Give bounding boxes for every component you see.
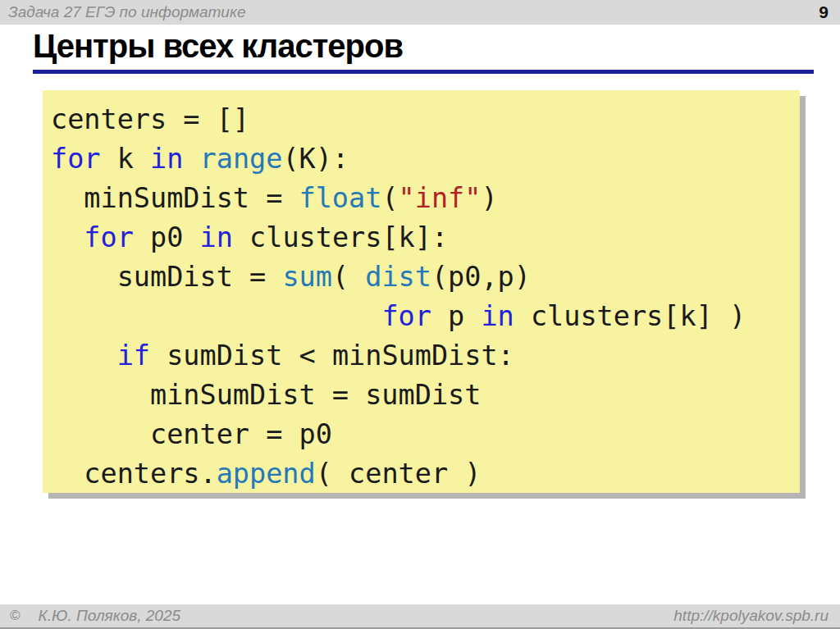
code-token bbox=[51, 300, 381, 332]
code-line: if sumDist < minSumDist: bbox=[51, 336, 800, 376]
code-token: ) bbox=[481, 182, 497, 214]
code-token: dist bbox=[365, 261, 431, 293]
breadcrumb: Задача 27 ЕГЭ по информатике bbox=[0, 3, 245, 21]
page-title: Центры всех кластеров bbox=[33, 28, 403, 65]
code-token: minSumDist = bbox=[51, 182, 299, 214]
code-line: minSumDist = float("inf") bbox=[51, 179, 800, 218]
code-token: minSumDist = sumDist bbox=[51, 379, 481, 411]
code-token: clusters[k]: bbox=[233, 221, 448, 253]
code-line: centers.append( center ) bbox=[51, 454, 800, 494]
code-token: clusters[k] ) bbox=[514, 300, 746, 332]
code-token: p0 bbox=[134, 221, 200, 253]
code-token: ( center ) bbox=[316, 458, 482, 490]
code-line: for k in range(K): bbox=[51, 139, 800, 179]
code-token: centers = [] bbox=[51, 103, 249, 135]
code-token: in bbox=[150, 143, 183, 175]
code-token: for bbox=[381, 300, 431, 332]
code-token: sum bbox=[282, 261, 332, 293]
code-token: p bbox=[431, 300, 482, 332]
code-token: "inf" bbox=[399, 182, 482, 214]
code-token: (K): bbox=[282, 143, 349, 175]
author-credit: К.Ю. Поляков, 2025 bbox=[21, 607, 181, 625]
code-token: ( bbox=[381, 182, 398, 214]
code-token: float bbox=[299, 182, 382, 214]
code-line: center = p0 bbox=[51, 415, 800, 454]
code-token: for bbox=[84, 221, 134, 253]
code-token: append bbox=[217, 458, 316, 490]
code-token: centers. bbox=[51, 458, 217, 490]
header-bar: Задача 27 ЕГЭ по информатике 9 bbox=[0, 0, 840, 25]
code-token bbox=[51, 340, 117, 371]
code-token bbox=[183, 143, 199, 175]
copyright-icon: © bbox=[0, 608, 21, 624]
title-underline bbox=[33, 70, 814, 74]
code-line: sumDist = sum( dist(p0,p) bbox=[51, 258, 800, 297]
code-token: in bbox=[481, 300, 514, 332]
website-link[interactable]: http://kpolyakov.spb.ru bbox=[673, 607, 840, 625]
code-box: centers = []for k in range(K): minSumDis… bbox=[43, 90, 800, 493]
code-token: ( bbox=[332, 261, 365, 293]
code-token: k bbox=[101, 143, 151, 175]
code-token: if bbox=[117, 340, 150, 371]
code-line: centers = [] bbox=[51, 100, 800, 139]
page-number: 9 bbox=[819, 2, 829, 22]
code-token: in bbox=[200, 221, 233, 253]
code-token: sumDist < minSumDist: bbox=[150, 340, 514, 371]
code-token: for bbox=[51, 143, 101, 175]
code-line: for p in clusters[k] ) bbox=[51, 297, 800, 336]
code-token: center = p0 bbox=[51, 418, 332, 450]
code-line: minSumDist = sumDist bbox=[51, 376, 800, 415]
code-block: centers = []for k in range(K): minSumDis… bbox=[51, 100, 800, 494]
code-token: sumDist = bbox=[51, 261, 282, 293]
code-token bbox=[51, 221, 84, 253]
code-line: for p0 in clusters[k]: bbox=[51, 218, 800, 258]
footer-bar: © К.Ю. Поляков, 2025 http://kpolyakov.sp… bbox=[0, 604, 840, 629]
code-token: (p0,p) bbox=[431, 261, 531, 293]
code-token: range bbox=[200, 143, 283, 175]
